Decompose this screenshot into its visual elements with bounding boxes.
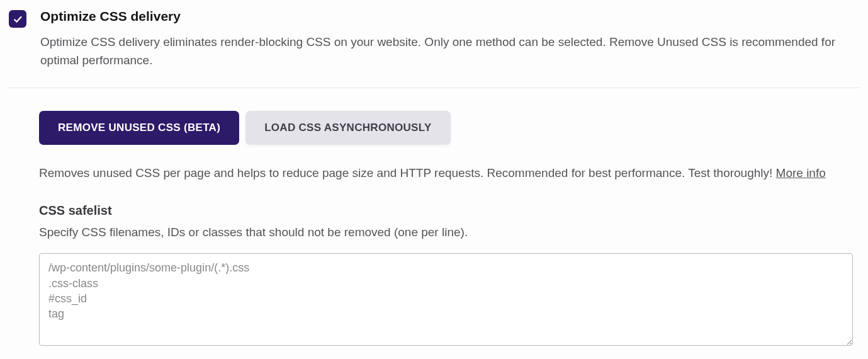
tab-description-text: Removes unused CSS per page and helps to… bbox=[39, 166, 776, 180]
safelist-title: CSS safelist bbox=[39, 203, 860, 218]
option-title: Optimize CSS delivery bbox=[40, 9, 852, 24]
check-icon bbox=[12, 13, 23, 25]
tab-description: Removes unused CSS per page and helps to… bbox=[39, 164, 860, 182]
tabs-row: REMOVE UNUSED CSS (BETA) LOAD CSS ASYNCH… bbox=[39, 111, 860, 145]
tab-remove-unused-css[interactable]: REMOVE UNUSED CSS (BETA) bbox=[39, 111, 239, 145]
more-info-link[interactable]: More info bbox=[776, 166, 826, 180]
optimize-css-checkbox[interactable] bbox=[9, 10, 26, 28]
option-text-wrap: Optimize CSS delivery Optimize CSS deliv… bbox=[40, 9, 852, 70]
tab-load-css-async[interactable]: LOAD CSS ASYNCHRONOUSLY bbox=[245, 111, 450, 145]
option-description: Optimize CSS delivery eliminates render-… bbox=[40, 33, 852, 70]
safelist-textarea[interactable] bbox=[39, 253, 853, 346]
safelist-description: Specify CSS filenames, IDs or classes th… bbox=[39, 225, 860, 239]
option-header: Optimize CSS delivery Optimize CSS deliv… bbox=[8, 9, 860, 88]
tabs-section: REMOVE UNUSED CSS (BETA) LOAD CSS ASYNCH… bbox=[8, 88, 860, 348]
